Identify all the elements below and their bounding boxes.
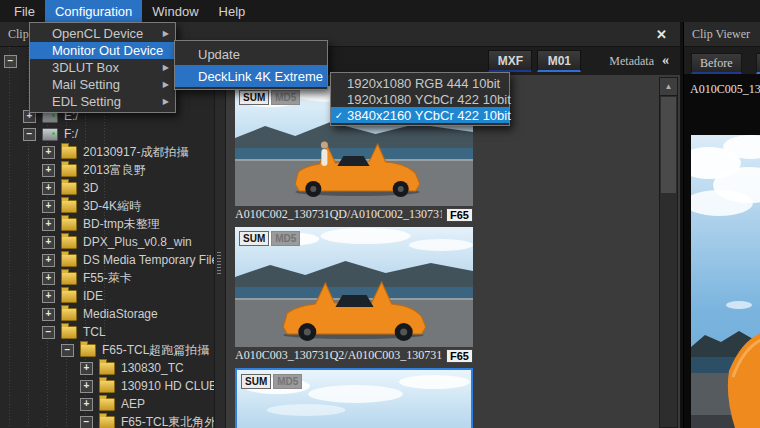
tree-row-20130917[interactable]: +20130917-成都拍攝 <box>0 143 214 161</box>
mxf-button[interactable]: MXF <box>488 50 532 72</box>
expand-node-icon[interactable]: + <box>42 254 55 267</box>
folder-name: 2013富良野 <box>83 162 146 179</box>
expand-node-icon[interactable]: + <box>42 164 55 177</box>
expand-node-icon[interactable]: + <box>80 362 93 375</box>
menu-item-monitor-out-device[interactable]: Monitor Out Device▶ <box>30 42 175 59</box>
tree-row-aep[interactable]: +AEP <box>0 395 214 413</box>
tree-row-3d[interactable]: +3D <box>0 179 214 197</box>
menu-file[interactable]: File <box>4 0 45 22</box>
menu-item-edl-setting[interactable]: EDL Setting▶ <box>30 93 175 110</box>
menu-bar: FileConfigurationWindowHelp <box>0 0 760 22</box>
expand-node-icon[interactable]: + <box>42 290 55 303</box>
clip-card[interactable]: SUMMD5A010C003_130731Q2/A010C003_130731…… <box>235 227 473 364</box>
expand-node-icon[interactable]: + <box>42 200 55 213</box>
tree-row-tcl[interactable]: −TCL <box>0 323 214 341</box>
expand-node-icon[interactable]: + <box>42 218 55 231</box>
viewer-image[interactable] <box>691 135 760 428</box>
viewer-tabs: BeforeAfter <box>684 47 760 77</box>
tree-row-f65-tcl[interactable]: −F65-TCL東北角外景 <box>0 413 214 428</box>
tree-row-130830-tc[interactable]: +130830_TC <box>0 359 214 377</box>
tree-row-130910-hd-club-t[interactable]: +130910 HD CLUB T <box>0 377 214 395</box>
tree-row-f55[interactable]: +F55-萊卡 <box>0 269 214 287</box>
clip-card[interactable]: SUMMD5 <box>235 368 473 428</box>
menu-item-label: DeckLink 4K Extreme <box>198 69 323 84</box>
expand-node-icon[interactable]: + <box>42 272 55 285</box>
tree-row-f65-tcl[interactable]: −F65-TCL超跑篇拍攝 <box>0 341 214 359</box>
collapse-node-icon[interactable]: − <box>80 416 93 428</box>
menu-item-update[interactable]: Update <box>175 43 327 65</box>
m01-button[interactable]: M01 <box>537 50 581 72</box>
clip-explorer-title: Clip <box>8 27 29 42</box>
tree-row-2013[interactable]: +2013富良野 <box>0 161 214 179</box>
clip-thumbnail[interactable]: SUMMD5 <box>235 368 473 428</box>
menu-item-1920x1080-rgb-444-10bit[interactable]: 1920x1080 RGB 444 10bit <box>331 75 509 91</box>
clip-list-scrollbar[interactable]: ▲ <box>659 77 678 428</box>
menu-item-3dlut-box[interactable]: 3DLUT Box▶ <box>30 59 175 76</box>
folder-icon <box>61 182 77 195</box>
clip-thumbnail[interactable]: SUMMD5 <box>235 227 473 347</box>
tree-row-bd-tmp[interactable]: +BD-tmp未整理 <box>0 215 214 233</box>
expand-node-icon[interactable]: + <box>42 308 55 321</box>
expand-node-icon[interactable]: + <box>80 380 93 393</box>
viewer-content: A010C005_130 <box>684 74 760 428</box>
submenu-arrow-icon: ▶ <box>149 80 169 89</box>
folder-icon <box>61 236 77 249</box>
menu-item-3840x2160-ycbcr-422-10bit[interactable]: ✓3840x2160 YCbCr 422 10bit <box>331 107 509 123</box>
folder-name: AEP <box>121 397 145 411</box>
tree-row-mediastorage[interactable]: +MediaStorage <box>0 305 214 323</box>
folder-icon <box>99 362 115 375</box>
folder-name: DS Media Temporary Files <box>83 253 214 267</box>
folder-name: MediaStorage <box>83 307 158 321</box>
expand-node-icon[interactable]: + <box>42 236 55 249</box>
clip-label-row: A010C003_130731Q2/A010C003_130731…F65 <box>235 347 473 364</box>
collapse-node-icon[interactable]: − <box>23 128 36 141</box>
close-icon[interactable]: ✕ <box>656 27 667 42</box>
metadata-collapse-icon[interactable]: « <box>662 53 669 69</box>
tag-md5: MD5 <box>271 90 300 105</box>
collapse-node-icon[interactable]: − <box>4 55 17 68</box>
splitter-grip-icon <box>217 252 221 274</box>
folder-name: 3D-4K縮時 <box>83 198 141 215</box>
menu-item-1920x1080-ycbcr-422-10bit[interactable]: 1920x1080 YCbCr 422 10bit <box>331 91 509 107</box>
tab-after[interactable]: After <box>756 53 760 74</box>
submenu-arrow-icon: ▶ <box>149 29 169 38</box>
tree-splitter[interactable] <box>214 47 226 428</box>
folder-name: IDE <box>83 289 103 303</box>
menu-item-mail-setting[interactable]: Mail Setting▶ <box>30 76 175 93</box>
tree-row-3d-4k[interactable]: +3D-4K縮時 <box>0 197 214 215</box>
folder-name: 20130917-成都拍攝 <box>83 144 188 161</box>
menu-item-label: 3840x2160 YCbCr 422 10bit <box>347 108 511 123</box>
folder-icon <box>80 344 96 357</box>
menu-item-label: OpenCL Device <box>52 26 143 41</box>
folder-icon <box>61 290 77 303</box>
menu-window[interactable]: Window <box>142 0 208 22</box>
camera-badge: F65 <box>446 349 473 363</box>
check-icon: ✓ <box>331 110 347 121</box>
menu-item-decklink-4k-extreme[interactable]: DeckLink 4K Extreme▶ <box>175 65 327 87</box>
camera-badge: F65 <box>446 208 473 222</box>
tab-before[interactable]: Before <box>691 53 742 74</box>
collapse-node-icon[interactable]: − <box>61 344 74 357</box>
expand-node-icon[interactable]: + <box>42 182 55 195</box>
expand-node-icon[interactable]: + <box>42 146 55 159</box>
clip-badges: SUMMD5 <box>239 90 300 105</box>
tree-row-ds-media-temporary-files[interactable]: +DS Media Temporary Files <box>0 251 214 269</box>
folder-icon <box>61 308 77 321</box>
menu-configuration[interactable]: Configuration <box>45 0 142 22</box>
submenu-arrow-icon: ▶ <box>149 97 169 106</box>
tree-row-f[interactable]: −F:/ <box>0 125 214 143</box>
tree-row-ide[interactable]: +IDE <box>0 287 214 305</box>
tree-row-dpx-plus-v0-8-win[interactable]: +DPX_Plus_v0.8_win <box>0 233 214 251</box>
folder-icon <box>99 416 115 428</box>
expand-node-icon[interactable]: + <box>80 398 93 411</box>
tag-sum: SUM <box>239 231 269 246</box>
folder-icon <box>61 218 77 231</box>
monitor-out-submenu: UpdateDeckLink 4K Extreme▶ <box>174 40 328 90</box>
scroll-up-icon[interactable]: ▲ <box>660 78 677 96</box>
collapse-node-icon[interactable]: − <box>42 326 55 339</box>
menu-item-opencl-device[interactable]: OpenCL Device▶ <box>30 25 175 42</box>
menu-item-label: 1920x1080 RGB 444 10bit <box>347 76 500 91</box>
scrollbar-thumb[interactable] <box>661 97 676 193</box>
menu-item-label: Mail Setting <box>52 77 120 92</box>
menu-help[interactable]: Help <box>209 0 256 22</box>
